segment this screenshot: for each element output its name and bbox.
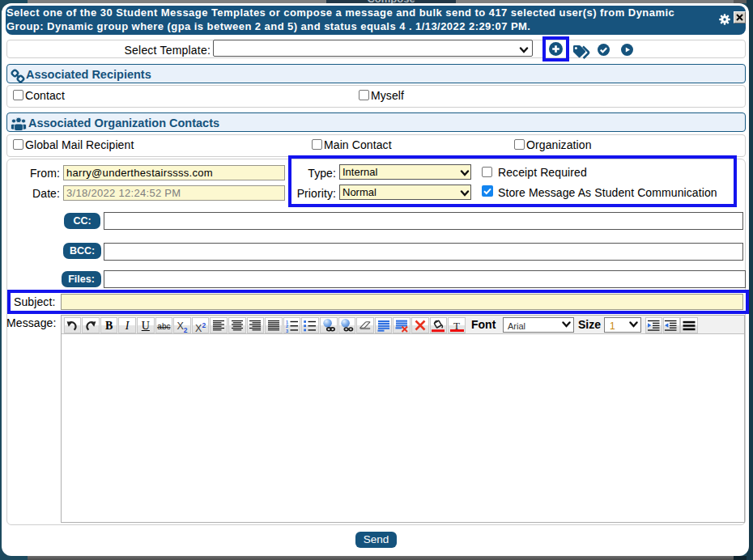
svg-text:3: 3 — [286, 328, 288, 332]
